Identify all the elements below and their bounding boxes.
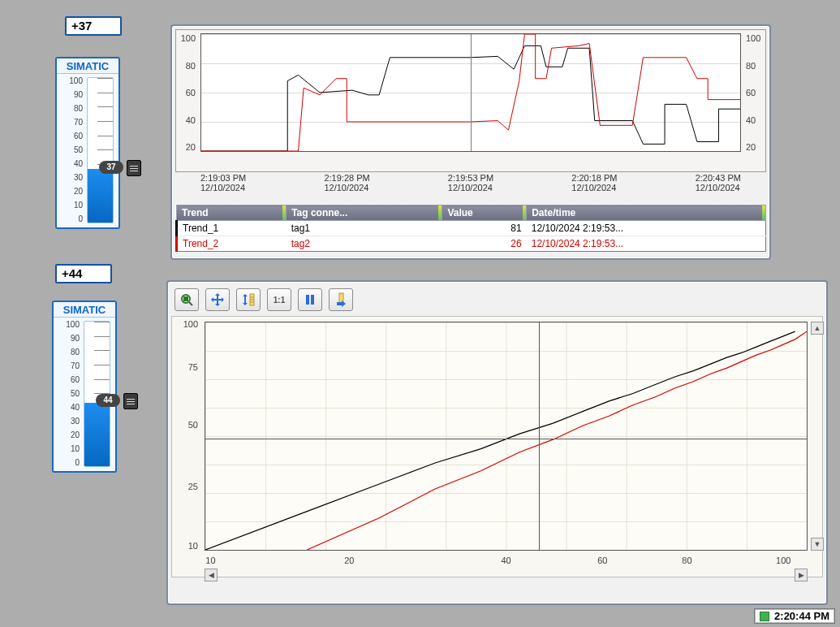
slider1-brand: SIMATIC <box>57 58 118 74</box>
slider1-scale-labels: 1009080706050403020100 <box>57 74 84 227</box>
slider2-thumb[interactable]: 44 <box>99 393 138 409</box>
trend-plot-area[interactable] <box>200 33 741 152</box>
zoom-button[interactable] <box>174 288 199 311</box>
xy-panel: 1:1 10075502510 ▲ ▼ 1020406080100 ◀ ▶ <box>166 280 828 605</box>
trend-table-header[interactable]: Value <box>442 205 527 221</box>
grip-icon[interactable] <box>123 393 138 409</box>
trend-table: TrendTag conne...ValueDate/time Trend_1t… <box>175 205 766 252</box>
svg-rect-9 <box>306 295 309 305</box>
svg-line-2 <box>189 302 192 305</box>
table-row[interactable]: Trend_2tag22612/10/2024 2:19:53... <box>177 236 766 252</box>
scroll-right-icon[interactable]: ▶ <box>795 569 808 582</box>
slider1[interactable]: SIMATIC 1009080706050403020100 37 <box>55 57 120 229</box>
pan-button[interactable] <box>205 288 230 311</box>
trend-table-header[interactable]: Tag conne... <box>286 205 442 221</box>
xy-x-axis: 1020406080100 <box>205 556 808 569</box>
trend-time-ruler[interactable] <box>471 34 472 151</box>
trend-x-axis: 2:19:03 PM12/10/20242:19:28 PM12/10/2024… <box>200 173 741 201</box>
status-time: 2:20:44 PM <box>774 610 829 622</box>
trend-chart[interactable]: 10080604020 10080604020 2:19:03 PM12/10/… <box>175 29 766 172</box>
svg-rect-10 <box>311 295 314 305</box>
xy-chart[interactable]: 10075502510 ▲ ▼ 1020406080100 ◀ ▶ <box>171 316 823 577</box>
slider1-thumb[interactable]: 37 <box>102 160 141 176</box>
fit-y-button[interactable] <box>236 288 261 311</box>
xy-vertical-scrollbar[interactable]: ▲ ▼ <box>811 322 824 551</box>
scroll-left-icon[interactable]: ◀ <box>205 569 218 582</box>
trend-table-header[interactable]: Trend <box>177 205 286 221</box>
slider2-scale-labels: 1009080706050403020100 <box>54 318 81 470</box>
slider1-track[interactable] <box>87 77 114 223</box>
svg-text:1:1: 1:1 <box>274 296 286 305</box>
slider2-value-box: +44 <box>55 264 112 283</box>
grip-icon[interactable] <box>127 160 141 176</box>
status-bar: 2:20:44 PM <box>754 608 835 624</box>
xy-toolbar: 1:1 <box>171 285 823 314</box>
trend-y-axis-right: 10080604020 <box>744 33 765 152</box>
trend-y-axis-left: 10080604020 <box>176 33 197 152</box>
slider2[interactable]: SIMATIC 1009080706050403020100 44 <box>52 301 117 473</box>
svg-rect-1 <box>183 296 188 301</box>
slider1-thumb-value: 37 <box>99 161 123 174</box>
slider2-thumb-value: 44 <box>96 394 120 407</box>
trend-table-header[interactable]: Date/time <box>527 205 766 221</box>
one-to-one-button[interactable]: 1:1 <box>267 288 291 311</box>
xy-plot-area[interactable] <box>205 322 808 551</box>
scroll-up-icon[interactable]: ▲ <box>811 322 824 335</box>
slider2-brand: SIMATIC <box>54 302 115 318</box>
trend-panel: 10080604020 10080604020 2:19:03 PM12/10/… <box>170 24 771 260</box>
xy-horizontal-scrollbar[interactable]: ◀ ▶ <box>205 569 808 582</box>
pause-button[interactable] <box>298 288 322 311</box>
xy-horizontal-crosshair[interactable] <box>205 439 807 439</box>
table-row[interactable]: Trend_1tag18112/10/2024 2:19:53... <box>177 221 766 236</box>
ruler-button[interactable] <box>329 288 353 311</box>
scroll-down-icon[interactable]: ▼ <box>811 538 824 551</box>
xy-vertical-crosshair[interactable] <box>539 322 540 550</box>
connection-status-icon <box>760 612 769 621</box>
slider1-value-box: +37 <box>65 16 122 36</box>
xy-y-axis: 10075502510 <box>172 322 201 551</box>
